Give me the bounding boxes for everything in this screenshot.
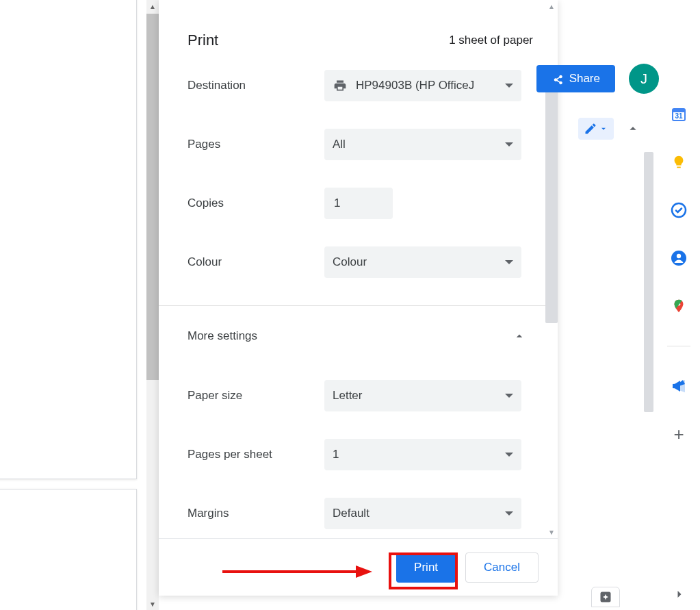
cancel-button[interactable]: Cancel (465, 552, 539, 583)
print-preview-pane (0, 0, 144, 610)
explore-button[interactable] (591, 587, 620, 607)
add-addon-icon[interactable]: + (671, 426, 687, 442)
collapse-toolbar-button[interactable] (621, 116, 645, 141)
destination-select[interactable]: HP94903B (HP OfficeJ (324, 70, 521, 101)
calendar-icon[interactable]: 31 (671, 106, 687, 123)
pages-per-sheet-value: 1 (333, 448, 500, 461)
printer-icon (333, 79, 348, 92)
print-dialog: Print 1 sheet of paper Destination HP949… (159, 0, 558, 596)
pages-select[interactable]: All (324, 129, 521, 160)
pages-per-sheet-select[interactable]: 1 (324, 439, 521, 470)
account-avatar[interactable]: J (629, 64, 659, 94)
pencil-icon (584, 122, 597, 136)
colour-value: Colour (333, 255, 500, 269)
more-settings-label: More settings (187, 329, 257, 343)
paper-size-select[interactable]: Letter (324, 380, 521, 411)
destination-value: HP94903B (HP OfficeJ (356, 79, 500, 92)
document-scrollbar-thumb[interactable] (644, 152, 653, 412)
paper-size-value: Letter (333, 389, 500, 403)
chevron-up-icon (625, 121, 640, 136)
chevron-up-icon (513, 329, 526, 343)
pages-value: All (333, 138, 500, 151)
share-label: Share (569, 72, 600, 86)
contacts-icon[interactable] (671, 250, 687, 266)
campaigns-icon[interactable] (671, 378, 687, 394)
dialog-scrollbar-thumb[interactable] (545, 77, 558, 323)
side-panel-toggle[interactable] (659, 579, 700, 610)
explore-icon (599, 590, 612, 604)
scroll-up-arrow-icon[interactable]: ▲ (146, 0, 159, 12)
destination-label: Destination (187, 79, 324, 92)
pages-per-sheet-label: Pages per sheet (187, 448, 324, 461)
colour-select[interactable]: Colour (324, 246, 521, 278)
document-scrollbar[interactable] (644, 152, 653, 426)
preview-scrollbar-thumb[interactable] (146, 14, 159, 380)
chevron-right-icon (673, 587, 686, 601)
copies-input[interactable] (324, 188, 393, 219)
sheet-count-info: 1 sheet of paper (449, 34, 533, 47)
preview-scrollbar[interactable]: ▲ ▼ (146, 0, 159, 610)
print-button[interactable]: Print (396, 552, 456, 583)
margins-value: Default (333, 507, 500, 520)
more-settings-toggle[interactable]: More settings (186, 306, 530, 366)
preview-page-1 (0, 0, 137, 479)
copies-label: Copies (187, 196, 324, 210)
colour-label: Colour (187, 255, 324, 269)
pages-label: Pages (187, 138, 324, 151)
editing-mode-button[interactable] (578, 118, 614, 140)
svg-text:31: 31 (675, 112, 683, 120)
share-button[interactable]: Share (536, 65, 615, 92)
scroll-up-arrow-icon[interactable]: ▲ (545, 0, 558, 12)
maps-icon[interactable] (671, 298, 687, 314)
scroll-down-arrow-icon[interactable]: ▼ (545, 526, 558, 538)
margins-label: Margins (187, 507, 324, 520)
share-icon (552, 73, 564, 85)
preview-page-2 (0, 489, 137, 610)
svg-point-7 (677, 254, 681, 258)
margins-select[interactable]: Default (324, 498, 521, 529)
tasks-icon[interactable] (671, 202, 687, 218)
sidepanel-divider (667, 346, 690, 346)
chevron-down-icon (599, 124, 608, 134)
paper-size-label: Paper size (187, 389, 324, 403)
print-dialog-title: Print (187, 31, 218, 49)
keep-icon[interactable] (671, 154, 687, 170)
scroll-down-arrow-icon[interactable]: ▼ (146, 598, 159, 610)
